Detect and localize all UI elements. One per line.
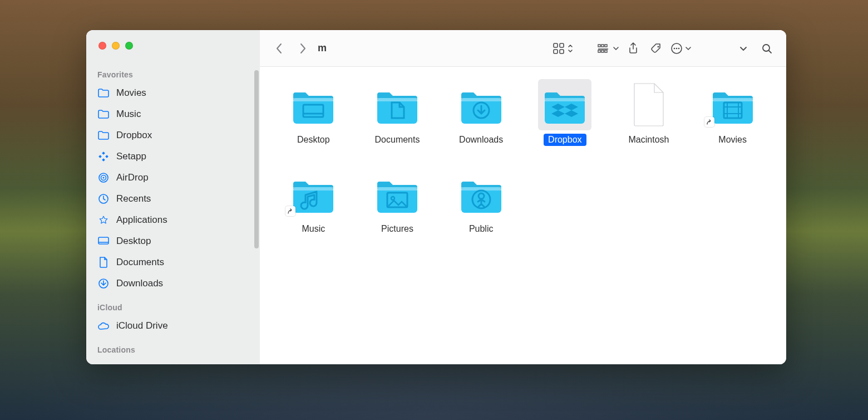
close-button[interactable] <box>98 42 106 50</box>
sidebar: FavoritesMoviesMusicDropboxSetappAirDrop… <box>86 30 260 364</box>
svg-point-6 <box>103 177 105 179</box>
item-label: Documents <box>371 134 425 146</box>
folder-item-dropbox[interactable]: Dropbox <box>525 79 605 163</box>
chevron-down-icon <box>613 45 619 52</box>
sidebar-item-label: AirDrop <box>116 172 149 183</box>
sidebar-item-icloud-drive[interactable]: iCloud Drive <box>86 315 260 336</box>
svg-rect-13 <box>554 50 558 53</box>
view-mode-button[interactable] <box>553 42 574 55</box>
alias-badge-icon <box>285 206 295 216</box>
sidebar-item-movies[interactable]: Movies <box>86 82 260 104</box>
chevron-down-icon <box>739 45 747 52</box>
svg-point-26 <box>678 47 680 49</box>
back-button[interactable] <box>270 39 289 58</box>
folder-icon <box>455 168 508 219</box>
sidebar-item-downloads[interactable]: Downloads <box>86 273 260 294</box>
item-label: Desktop <box>293 134 334 146</box>
ellipsis-circle-icon <box>670 42 683 55</box>
toolbar-overflow-button[interactable] <box>734 39 753 58</box>
svg-rect-12 <box>560 43 564 47</box>
folder-item-music[interactable]: Music <box>273 168 354 252</box>
svg-rect-21 <box>605 50 607 52</box>
sidebar-section-title: Locations <box>86 336 260 358</box>
folder-icon <box>371 79 424 130</box>
item-label: Movies <box>714 134 751 146</box>
svg-rect-16 <box>601 45 604 47</box>
sidebar-item-label: Music <box>116 109 141 120</box>
folder-item-pictures[interactable]: Pictures <box>357 168 438 252</box>
sidebar-item-documents[interactable]: Documents <box>86 252 260 273</box>
main-pane: m <box>260 30 786 364</box>
sidebar-section-title: iCloud <box>86 294 260 315</box>
folder-icon <box>538 79 591 130</box>
search-button[interactable] <box>757 39 776 58</box>
svg-rect-14 <box>560 50 564 53</box>
svg-point-22 <box>658 46 659 47</box>
svg-rect-19 <box>598 50 600 52</box>
svg-rect-36 <box>461 98 501 101</box>
document-icon <box>97 256 110 268</box>
forward-button[interactable] <box>293 39 312 58</box>
svg-rect-0 <box>102 152 105 155</box>
sidebar-item-label: Desktop <box>116 236 151 247</box>
sidebar-item-label: Movies <box>116 87 146 99</box>
svg-rect-29 <box>293 98 333 124</box>
folder-icon <box>287 79 340 130</box>
folder-icon <box>97 129 110 141</box>
svg-line-28 <box>769 51 771 53</box>
svg-rect-2 <box>98 155 102 158</box>
sidebar-item-desktop[interactable]: Desktop <box>86 231 260 252</box>
finder-window: FavoritesMoviesMusicDropboxSetappAirDrop… <box>86 30 786 364</box>
tags-button[interactable] <box>647 39 666 58</box>
svg-rect-15 <box>598 45 600 47</box>
sidebar-item-label: Recents <box>116 193 151 204</box>
file-item-macintosh[interactable]: Macintosh <box>609 79 689 163</box>
sidebar-item-setapp[interactable]: Setapp <box>86 146 260 167</box>
sidebar-item-dropbox[interactable]: Dropbox <box>86 125 260 146</box>
svg-rect-1 <box>102 158 105 162</box>
svg-rect-38 <box>545 98 585 124</box>
search-icon <box>761 43 772 54</box>
sidebar-item-recents[interactable]: Recents <box>86 188 260 209</box>
share-button[interactable] <box>624 39 643 58</box>
svg-rect-39 <box>545 98 585 101</box>
zoom-button[interactable] <box>125 42 133 50</box>
group-by-button[interactable] <box>597 43 619 53</box>
svg-rect-54 <box>377 187 417 191</box>
svg-rect-45 <box>713 98 753 101</box>
alias-badge-icon <box>704 117 714 127</box>
folder-item-movies[interactable]: Movies <box>692 79 773 163</box>
sidebar-item-label: Dropbox <box>116 130 152 141</box>
up-down-chevron-icon <box>567 43 574 54</box>
grid-icon <box>553 42 565 55</box>
chevron-down-icon <box>685 45 692 52</box>
svg-rect-8 <box>98 237 108 244</box>
svg-rect-3 <box>105 155 108 158</box>
tag-icon <box>650 42 663 55</box>
sidebar-item-airdrop[interactable]: AirDrop <box>86 167 260 188</box>
sidebar-item-label: Applications <box>116 214 167 226</box>
svg-point-24 <box>674 47 675 49</box>
window-title: m <box>318 42 327 54</box>
action-menu-button[interactable] <box>670 42 692 55</box>
svg-rect-20 <box>601 50 604 52</box>
toolbar: m <box>260 30 786 67</box>
folder-item-documents[interactable]: Documents <box>357 79 438 163</box>
sidebar-item-applications[interactable]: Applications <box>86 209 260 231</box>
folder-item-downloads[interactable]: Downloads <box>441 79 521 163</box>
minimize-button[interactable] <box>112 42 120 50</box>
window-controls <box>86 30 260 61</box>
item-label: Macintosh <box>624 134 674 146</box>
folder-icon <box>97 108 110 120</box>
group-icon <box>597 43 610 53</box>
folder-icon <box>97 87 110 99</box>
icon-view[interactable]: Desktop Documents Downloads Dropbox Maci… <box>260 67 786 364</box>
svg-rect-11 <box>554 43 558 47</box>
airdrop-icon <box>97 172 110 184</box>
sidebar-item-music[interactable]: Music <box>86 104 260 125</box>
sidebar-scrollbar[interactable] <box>254 70 259 248</box>
svg-rect-52 <box>293 187 333 191</box>
folder-icon <box>371 168 424 219</box>
folder-item-desktop[interactable]: Desktop <box>273 79 354 163</box>
folder-item-public[interactable]: Public <box>441 168 521 252</box>
